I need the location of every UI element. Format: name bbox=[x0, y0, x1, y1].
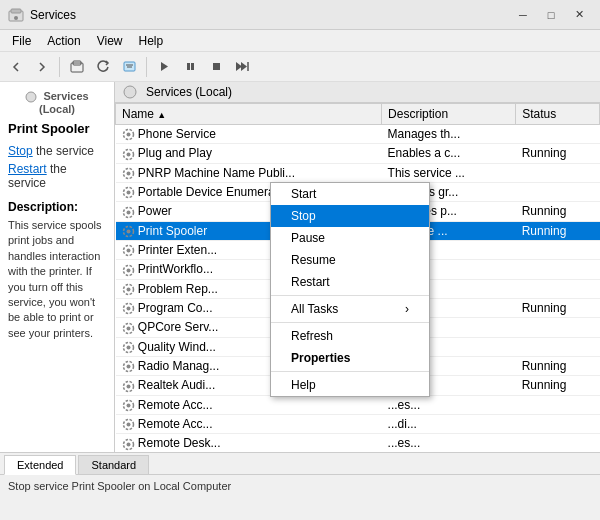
service-row-name: Remote Acc... bbox=[116, 414, 382, 433]
stop-text: the service bbox=[33, 144, 94, 158]
bottom-tabs: Extended Standard bbox=[0, 452, 600, 474]
service-row-status bbox=[516, 163, 600, 182]
title-bar: Services ─ □ ✕ bbox=[0, 0, 600, 30]
toolbar-separator-2 bbox=[146, 57, 147, 77]
svg-point-23 bbox=[126, 191, 130, 195]
stop-action: Stop the service bbox=[8, 144, 106, 158]
service-row-name: PNRP Machine Name Publi... bbox=[116, 163, 382, 182]
svg-point-45 bbox=[126, 403, 130, 407]
status-text: Stop service Print Spooler on Local Comp… bbox=[8, 480, 231, 492]
maximize-button[interactable]: □ bbox=[538, 5, 564, 25]
table-row[interactable]: Plug and PlayEnables a c...Running bbox=[116, 144, 600, 163]
filter-button[interactable] bbox=[117, 55, 141, 79]
svg-point-43 bbox=[126, 384, 130, 388]
col-status[interactable]: Status bbox=[516, 104, 600, 125]
context-item-refresh[interactable]: Refresh bbox=[271, 325, 429, 347]
svg-rect-11 bbox=[213, 63, 220, 70]
service-row-status: Running bbox=[516, 202, 600, 221]
left-panel: Services (Local) Print Spooler Stop the … bbox=[0, 82, 115, 452]
title-bar-text: Services bbox=[30, 8, 510, 22]
forward-button[interactable] bbox=[30, 55, 54, 79]
context-item-all-tasks[interactable]: All Tasks › bbox=[271, 298, 429, 320]
service-row-status bbox=[516, 395, 600, 414]
context-item-resume[interactable]: Resume bbox=[271, 249, 429, 271]
table-row[interactable]: Remote Acc......es... bbox=[116, 395, 600, 414]
close-button[interactable]: ✕ bbox=[566, 5, 592, 25]
service-row-name: Plug and Play bbox=[116, 144, 382, 163]
left-panel-title: Services (Local) bbox=[8, 90, 106, 115]
menu-help[interactable]: Help bbox=[131, 32, 172, 50]
stop-button[interactable] bbox=[204, 55, 228, 79]
back-button[interactable] bbox=[4, 55, 28, 79]
svg-point-2 bbox=[14, 16, 18, 20]
service-row-status bbox=[516, 182, 600, 201]
service-row-status bbox=[516, 279, 600, 298]
context-item-pause[interactable]: Pause bbox=[271, 227, 429, 249]
svg-point-27 bbox=[126, 229, 130, 233]
svg-point-31 bbox=[126, 268, 130, 272]
svg-point-19 bbox=[126, 152, 130, 156]
toolbar bbox=[0, 52, 600, 82]
svg-point-37 bbox=[126, 326, 130, 330]
menu-action[interactable]: Action bbox=[39, 32, 88, 50]
svg-point-21 bbox=[126, 171, 130, 175]
service-row-status bbox=[516, 414, 600, 433]
service-row-status bbox=[516, 260, 600, 279]
menu-file[interactable]: File bbox=[4, 32, 39, 50]
service-row-description: ...es... bbox=[382, 395, 516, 414]
window-controls: ─ □ ✕ bbox=[510, 5, 592, 25]
service-row-description: Manages th... bbox=[382, 125, 516, 144]
service-row-status bbox=[516, 125, 600, 144]
service-row-status bbox=[516, 318, 600, 337]
pause-button[interactable] bbox=[178, 55, 202, 79]
skip-button[interactable] bbox=[230, 55, 254, 79]
context-separator bbox=[271, 295, 429, 296]
tab-standard[interactable]: Standard bbox=[78, 455, 149, 474]
svg-point-41 bbox=[126, 365, 130, 369]
service-row-description: ...di... bbox=[382, 414, 516, 433]
panel-header-text: Services (Local) bbox=[146, 85, 232, 99]
play-button[interactable] bbox=[152, 55, 176, 79]
restart-link[interactable]: Restart bbox=[8, 162, 47, 176]
svg-point-33 bbox=[126, 287, 130, 291]
table-row[interactable]: Remote Acc......di... bbox=[116, 414, 600, 433]
service-row-description: ...es... bbox=[382, 434, 516, 452]
context-item-properties[interactable]: Properties bbox=[271, 347, 429, 369]
service-row-status bbox=[516, 434, 600, 452]
table-row[interactable]: Phone ServiceManages th... bbox=[116, 125, 600, 144]
panel-header: Services (Local) bbox=[115, 82, 600, 103]
context-item-restart[interactable]: Restart bbox=[271, 271, 429, 293]
col-description[interactable]: Description bbox=[382, 104, 516, 125]
context-item-start[interactable]: Start bbox=[271, 183, 429, 205]
svg-point-39 bbox=[126, 345, 130, 349]
main-layout: Services (Local) Print Spooler Stop the … bbox=[0, 82, 600, 452]
svg-rect-1 bbox=[11, 9, 21, 13]
service-row-status: Running bbox=[516, 144, 600, 163]
svg-point-17 bbox=[126, 133, 130, 137]
minimize-button[interactable]: ─ bbox=[510, 5, 536, 25]
menu-view[interactable]: View bbox=[89, 32, 131, 50]
stop-link[interactable]: Stop bbox=[8, 144, 33, 158]
service-row-name: Remote Desk... bbox=[116, 434, 382, 452]
context-item-stop[interactable]: Stop bbox=[271, 205, 429, 227]
service-row-description: This service ... bbox=[382, 163, 516, 182]
refresh-button[interactable] bbox=[91, 55, 115, 79]
context-separator bbox=[271, 322, 429, 323]
context-item-help[interactable]: Help bbox=[271, 374, 429, 396]
table-row[interactable]: Remote Desk......es... bbox=[116, 434, 600, 452]
status-bar: Stop service Print Spooler on Local Comp… bbox=[0, 474, 600, 496]
col-name[interactable]: Name ▲ bbox=[116, 104, 382, 125]
description-label: Description: bbox=[8, 200, 106, 214]
svg-point-35 bbox=[126, 307, 130, 311]
up-button[interactable] bbox=[65, 55, 89, 79]
svg-point-16 bbox=[124, 86, 136, 98]
tab-extended[interactable]: Extended bbox=[4, 455, 76, 475]
service-name: Print Spooler bbox=[8, 121, 106, 136]
table-row[interactable]: PNRP Machine Name Publi...This service .… bbox=[116, 163, 600, 182]
toolbar-separator-1 bbox=[59, 57, 60, 77]
svg-point-15 bbox=[26, 92, 36, 102]
svg-point-47 bbox=[126, 423, 130, 427]
svg-point-49 bbox=[126, 442, 130, 446]
svg-rect-10 bbox=[191, 63, 194, 70]
service-row-status: Running bbox=[516, 376, 600, 395]
